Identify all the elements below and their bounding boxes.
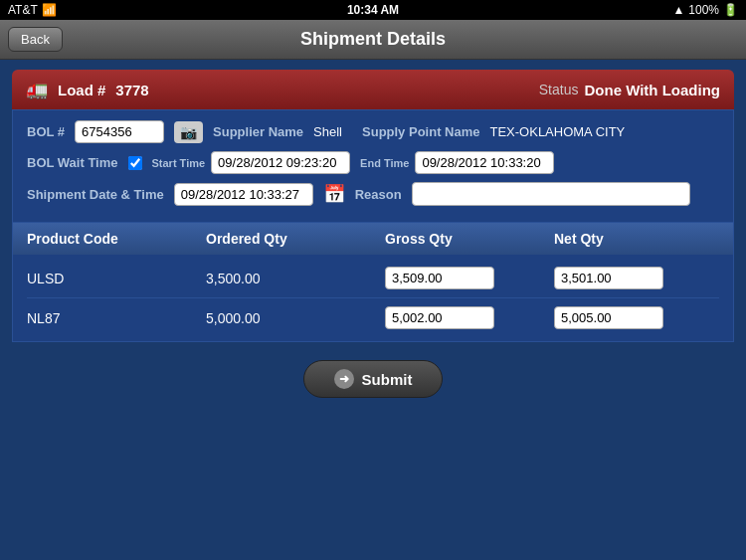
net-1-cell [554,267,723,289]
battery-icon: 🔋 [723,3,738,17]
reason-input[interactable] [412,182,690,206]
gross-2-cell [385,306,554,329]
shipment-datetime-input[interactable] [174,183,313,206]
product-1: ULSD [27,271,206,286]
page-title: Shipment Details [300,29,446,50]
col-net-qty: Net Qty [554,231,723,247]
gross-2-input[interactable] [385,306,494,329]
end-time-input[interactable] [415,151,554,174]
submit-arrow-icon: ➜ [334,369,354,389]
supplier-value: Shell [313,124,342,139]
load-label: Load # [58,82,105,98]
bol-wait-checkbox[interactable] [128,156,142,170]
reason-label: Reason [355,187,402,202]
load-header-left: 🚛 Load # 3778 [26,79,149,100]
load-header: 🚛 Load # 3778 Status Done With Loading [12,70,734,109]
status-left: AT&T 📶 [8,3,57,17]
start-time-input[interactable] [211,151,350,174]
status-label: Status [539,82,579,97]
table-header: Product Code Ordered Qty Gross Qty Net Q… [13,223,733,255]
carrier-label: AT&T [8,3,38,17]
main-content: 🚛 Load # 3778 Status Done With Loading B… [0,60,746,408]
load-header-right: Status Done With Loading [539,82,720,98]
camera-icon[interactable]: 📷 [174,121,203,143]
bol-wait-label: BOL Wait Time [27,155,118,170]
end-time-label: End Time [360,157,409,169]
title-bar: Back Shipment Details [0,20,746,60]
net-2-input[interactable] [554,306,663,329]
supplier-label: Supplier Name [213,124,303,139]
submit-label: Submit [362,371,413,388]
load-number: 3778 [115,82,148,98]
shipment-datetime-label: Shipment Date & Time [27,187,164,202]
table-area: Product Code Ordered Qty Gross Qty Net Q… [12,223,734,342]
gross-1-input[interactable] [385,267,494,289]
submit-button[interactable]: ➜ Submit [303,360,444,398]
status-bar: AT&T 📶 10:34 AM ▲ 100% 🔋 [0,0,746,20]
bol-input[interactable] [75,120,164,143]
battery-label: 100% [688,3,719,17]
status-value: Done With Loading [584,82,720,98]
location-icon: ▲ [672,3,684,17]
form-area: BOL # 📷 Supplier Name Shell Supply Point… [12,109,734,223]
ordered-1: 3,500.00 [206,271,385,286]
col-product-code: Product Code [27,231,206,247]
status-time: 10:34 AM [347,3,399,17]
form-row-bol-wait: BOL Wait Time Start Time End Time [27,151,719,174]
submit-area: ➜ Submit [12,342,734,398]
ordered-2: 5,000.00 [206,310,385,326]
col-gross-qty: Gross Qty [385,231,554,247]
net-1-input[interactable] [554,267,663,289]
end-time-group: End Time [360,151,554,174]
wifi-icon: 📶 [42,3,57,17]
truck-icon: 🚛 [26,79,48,100]
back-button[interactable]: Back [8,27,63,52]
start-time-label: Start Time [152,157,206,169]
gross-1-cell [385,267,554,289]
form-row-shipment: Shipment Date & Time 📅 Reason [27,182,719,206]
table-row: ULSD 3,500.00 [27,259,719,298]
status-right: ▲ 100% 🔋 [672,3,738,17]
start-time-group: Start Time [152,151,351,174]
col-ordered-qty: Ordered Qty [206,231,385,247]
form-row-bol: BOL # 📷 Supplier Name Shell Supply Point… [27,120,719,143]
supply-point-label: Supply Point Name [362,124,479,139]
net-2-cell [554,306,723,329]
bol-label: BOL # [27,124,65,139]
calendar-icon[interactable]: 📅 [323,183,345,205]
product-2: NL87 [27,310,206,326]
table-row: NL87 5,000.00 [27,298,719,337]
table-body: ULSD 3,500.00 NL87 5,000.00 [13,255,733,341]
supply-point-value: TEX-OKLAHOMA CITY [489,124,625,139]
